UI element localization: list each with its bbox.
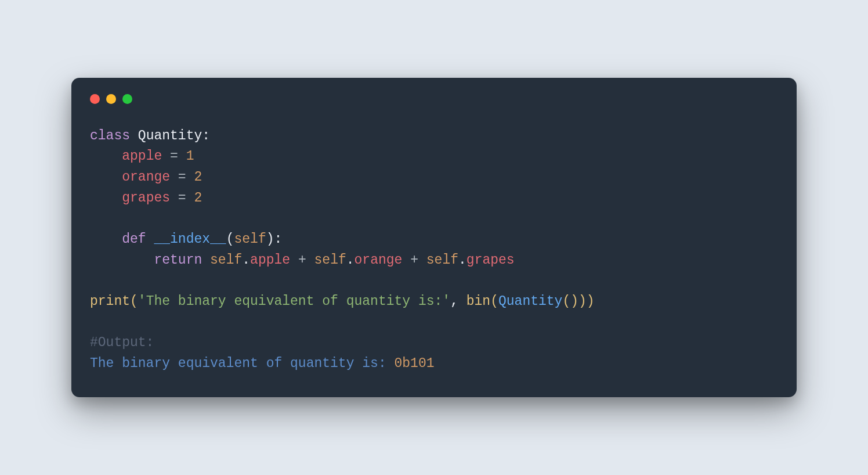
keyword-def: def bbox=[122, 232, 146, 247]
colon: : bbox=[202, 128, 210, 143]
number: 2 bbox=[194, 190, 202, 206]
maximize-icon[interactable] bbox=[122, 94, 132, 104]
dot: . bbox=[458, 253, 466, 268]
comma: , bbox=[450, 294, 466, 309]
keyword-return: return bbox=[154, 253, 202, 268]
variable-grapes: grapes bbox=[122, 190, 170, 206]
close-icon[interactable] bbox=[90, 94, 100, 104]
method-name: __index__ bbox=[154, 232, 226, 247]
class-call: Quantity bbox=[498, 294, 562, 309]
operator-eq: = bbox=[162, 149, 186, 164]
variable-apple: apple bbox=[122, 149, 162, 164]
operator-eq: = bbox=[170, 190, 194, 206]
string-literal: 'The binary equivalent of quantity is:' bbox=[138, 294, 450, 309]
number: 2 bbox=[194, 170, 202, 185]
minimize-icon[interactable] bbox=[106, 94, 116, 104]
param-self: self bbox=[234, 232, 266, 247]
variable-orange: orange bbox=[122, 170, 170, 185]
dot: . bbox=[346, 253, 355, 268]
operator-plus: + bbox=[402, 253, 426, 268]
code-block: class Quantity: apple = 1 orange = 2 gra… bbox=[90, 126, 778, 375]
colon: : bbox=[274, 232, 283, 247]
output-value: 0b101 bbox=[395, 356, 435, 371]
operator-eq: = bbox=[170, 170, 194, 185]
number: 1 bbox=[186, 149, 194, 164]
comment: #Output: bbox=[90, 335, 154, 350]
fn-bin: bin bbox=[466, 294, 490, 309]
code-window: class Quantity: apple = 1 orange = 2 gra… bbox=[71, 78, 797, 398]
paren-close: ) bbox=[587, 294, 595, 309]
fn-print: print bbox=[90, 294, 130, 309]
attr-apple: apple bbox=[250, 253, 290, 268]
paren-open: ( bbox=[490, 294, 498, 309]
paren-close: ) bbox=[570, 294, 578, 309]
paren-open: ( bbox=[130, 294, 138, 309]
self-ref: self bbox=[210, 253, 242, 268]
self-ref: self bbox=[314, 253, 346, 268]
operator-plus: + bbox=[290, 253, 314, 268]
attr-orange: orange bbox=[355, 253, 403, 268]
traffic-lights bbox=[90, 94, 778, 104]
dot: . bbox=[242, 253, 250, 268]
paren-close: ) bbox=[266, 232, 274, 247]
output-text: The binary equivalent of quantity is: bbox=[90, 356, 395, 371]
paren-open: ( bbox=[226, 232, 234, 247]
self-ref: self bbox=[426, 253, 458, 268]
paren-close: ) bbox=[578, 294, 587, 309]
class-name: Quantity bbox=[138, 128, 202, 143]
paren-open: ( bbox=[562, 294, 570, 309]
keyword-class: class bbox=[90, 128, 130, 143]
attr-grapes: grapes bbox=[466, 253, 515, 268]
